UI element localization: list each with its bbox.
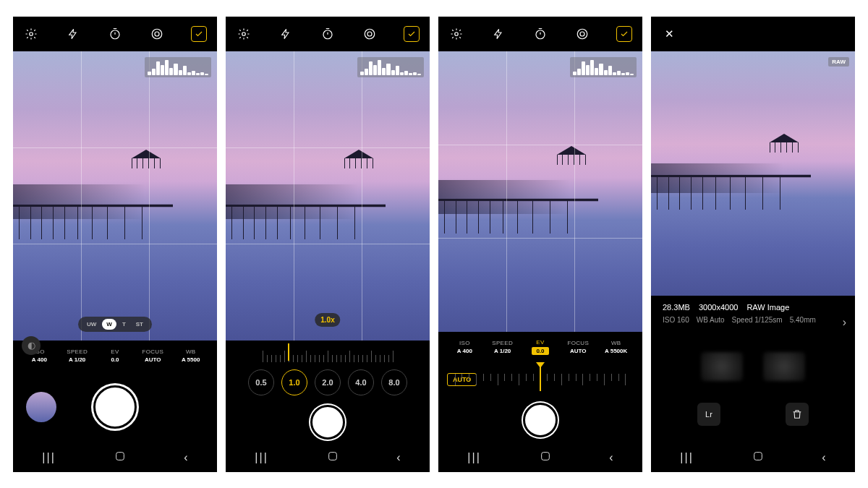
lens-st[interactable]: ST [132, 319, 148, 330]
zoom-4-0[interactable]: 4.0 [348, 369, 374, 395]
svg-rect-12 [754, 452, 762, 460]
gear-icon[interactable] [236, 26, 252, 42]
lens-t[interactable]: T [118, 319, 130, 330]
svg-point-6 [365, 29, 375, 39]
lens-w[interactable]: W [102, 319, 116, 330]
svg-rect-11 [541, 452, 549, 460]
setting-ev[interactable]: EV0.0 [99, 348, 131, 363]
nav-back[interactable]: ‹ [809, 448, 838, 467]
viewfinder[interactable]: UW W T ST [13, 51, 217, 341]
top-toolbar: ✕ [651, 17, 855, 51]
setting-speed[interactable]: SPEEDA 1/20 [487, 340, 519, 354]
manual-settings-row: ISOA 400 SPEEDA 1/20 EV0.0 FOCUSAUTO WBA… [13, 341, 217, 371]
svg-point-4 [242, 32, 246, 35]
histogram[interactable] [357, 57, 424, 77]
zoom-0-5[interactable]: 0.5 [248, 369, 274, 395]
svg-point-0 [30, 32, 33, 35]
flash-icon[interactable] [65, 26, 81, 42]
timer-icon[interactable] [532, 26, 548, 42]
nav-home[interactable] [739, 448, 777, 468]
top-toolbar [13, 17, 217, 51]
viewfinder[interactable] [438, 51, 642, 332]
setting-ev[interactable]: EV0.0 [524, 339, 556, 355]
info-format: RAW Image [746, 303, 789, 312]
camera-screen-zoom: 1.0x 0.5 1.0 2.0 4.0 8.0 [226, 17, 430, 472]
shutter-button[interactable] [93, 385, 137, 429]
close-icon[interactable]: ✕ [661, 26, 677, 42]
setting-wb[interactable]: WBA 5500K [600, 340, 632, 354]
zoom-8-0[interactable]: 8.0 [381, 369, 407, 395]
gear-icon[interactable] [448, 26, 464, 42]
aspect-icon[interactable] [574, 26, 590, 42]
svg-point-10 [577, 29, 587, 39]
info-size: 28.3MB [663, 303, 690, 312]
zoom-1-0[interactable]: 1.0 [281, 369, 307, 395]
raw-icon[interactable] [616, 26, 632, 42]
preview-actions: Lr [651, 385, 855, 443]
nav-back[interactable]: ‹ [383, 448, 413, 467]
info-focal: 5.40mm [790, 316, 816, 324]
setting-speed[interactable]: SPEEDA 1/20 [61, 348, 93, 363]
svg-point-2 [152, 29, 162, 39]
zoom-needle[interactable] [288, 343, 289, 361]
lightroom-button[interactable]: Lr [697, 403, 720, 426]
zoom-steps: 0.5 1.0 2.0 4.0 8.0 [248, 369, 407, 395]
system-nav: ||| ‹ [226, 443, 430, 472]
lens-selector[interactable]: UW W T ST [78, 317, 152, 332]
svg-point-8 [455, 32, 459, 35]
timer-icon[interactable] [107, 26, 123, 42]
aspect-icon[interactable] [362, 26, 378, 42]
nav-back[interactable]: ‹ [171, 448, 200, 467]
shutter-button[interactable] [310, 405, 345, 440]
gallery-thumbnail[interactable] [26, 392, 56, 422]
histogram[interactable] [570, 57, 637, 77]
raw-icon[interactable] [404, 26, 420, 42]
lens-uw[interactable]: UW [82, 319, 101, 330]
histogram[interactable] [145, 57, 211, 77]
timer-icon[interactable] [320, 26, 336, 42]
nav-recents[interactable]: ||| [242, 448, 281, 467]
zoom-2-0[interactable]: 2.0 [315, 369, 341, 395]
photo-preview[interactable]: RAW [651, 51, 855, 296]
nav-recents[interactable]: ||| [29, 448, 68, 467]
nav-home[interactable] [314, 448, 352, 468]
flash-icon[interactable] [490, 26, 506, 42]
raw-icon[interactable] [191, 26, 207, 42]
info-dimensions: 3000x4000 [699, 303, 738, 312]
gear-icon[interactable] [23, 26, 39, 42]
trash-icon[interactable] [786, 403, 809, 426]
setting-iso[interactable]: ISOA 400 [448, 340, 480, 354]
preview-screen: ✕ RAW 28.3MB 3000x4000 RAW Image ISO 160… [651, 17, 855, 472]
system-nav: ||| ‹ [438, 443, 642, 472]
top-toolbar [438, 17, 642, 51]
chevron-right-icon[interactable]: › [843, 316, 846, 329]
setting-wb[interactable]: WBA 5500 [175, 348, 207, 363]
shutter-row [13, 371, 217, 443]
thumbnail[interactable] [701, 352, 743, 381]
viewfinder[interactable]: 1.0x [226, 51, 430, 341]
system-nav: ||| ‹ [13, 443, 217, 472]
nav-back[interactable]: ‹ [596, 448, 626, 467]
image-info: 28.3MB 3000x4000 RAW Image ISO 160 WB Au… [651, 296, 855, 349]
nav-recents[interactable]: ||| [454, 448, 493, 467]
setting-focus[interactable]: FOCUSAUTO [562, 340, 594, 354]
thumbnail[interactable] [763, 352, 805, 381]
camera-screen-ev: ISOA 400 SPEEDA 1/20 EV0.0 FOCUSAUTO WBA… [438, 17, 642, 472]
nav-home[interactable] [101, 448, 139, 468]
flash-icon[interactable] [278, 26, 294, 42]
top-toolbar [226, 17, 430, 51]
svg-rect-3 [116, 452, 124, 460]
ev-controls: AUTO [438, 362, 642, 443]
nav-recents[interactable]: ||| [667, 448, 706, 467]
setting-focus[interactable]: FOCUSAUTO [137, 348, 169, 363]
ev-slider[interactable] [455, 369, 626, 390]
nav-home[interactable] [527, 448, 564, 468]
zoom-ruler[interactable] [238, 343, 417, 362]
zoom-value-badge: 1.0x [315, 313, 340, 327]
manual-settings-row: ISOA 400 SPEEDA 1/20 EV0.0 FOCUSAUTO WBA… [438, 332, 642, 362]
svg-rect-7 [328, 452, 336, 460]
aspect-icon[interactable] [149, 26, 165, 42]
ev-needle[interactable] [540, 367, 541, 391]
shutter-button[interactable] [523, 403, 558, 437]
metering-button[interactable]: ◐ [22, 336, 41, 355]
